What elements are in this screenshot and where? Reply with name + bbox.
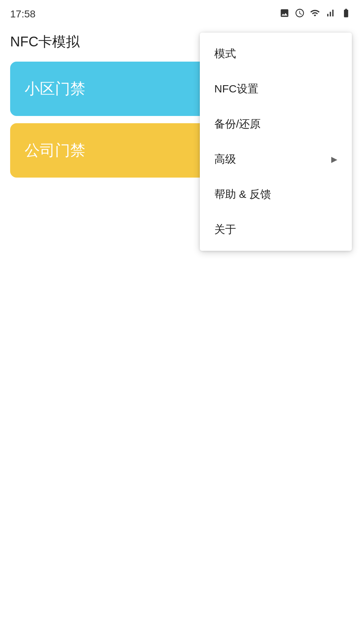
battery-icon [340,8,352,20]
community-card[interactable]: 小区门禁 [10,62,220,116]
menu-item-nfc-settings-label: NFC设置 [214,82,258,96]
menu-item-mode[interactable]: 模式 [200,36,352,71]
menu-item-about-label: 关于 [214,222,236,237]
status-bar: 17:58 [0,0,362,25]
wifi-icon [310,8,320,20]
menu-item-advanced-label: 高级 [214,152,236,167]
menu-item-advanced[interactable]: 高级 ▶ [200,142,352,177]
menu-item-nfc-settings[interactable]: NFC设置 [200,71,352,107]
menu-item-mode-label: 模式 [214,46,236,61]
menu-item-backup-restore-label: 备份/还原 [214,117,261,132]
status-icons [279,8,352,20]
page-title: NFC卡模拟 [10,33,80,51]
office-card[interactable]: 公司门禁 [10,123,220,178]
menu-item-help-feedback-label: 帮助 & 反馈 [214,187,271,202]
office-card-label: 公司门禁 [25,140,85,161]
submenu-arrow-icon: ▶ [331,155,337,164]
alarm-icon [295,8,305,20]
photo-icon [279,8,290,20]
community-card-label: 小区门禁 [25,79,85,99]
menu-item-backup-restore[interactable]: 备份/还原 [200,107,352,142]
menu-item-about[interactable]: 关于 [200,212,352,247]
signal-icon [325,8,335,20]
dropdown-menu: 模式 NFC设置 备份/还原 高级 ▶ 帮助 & 反馈 关于 [200,33,352,251]
status-time: 17:58 [10,8,35,20]
menu-item-help-feedback[interactable]: 帮助 & 反馈 [200,177,352,212]
